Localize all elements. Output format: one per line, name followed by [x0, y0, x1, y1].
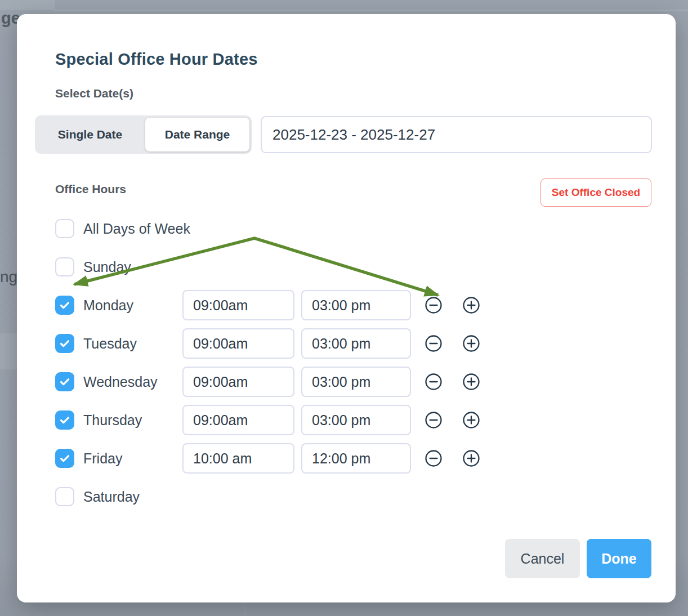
day-row: Sunday [38, 248, 654, 286]
day-label: Sunday [83, 259, 131, 275]
minus-circle-icon [425, 334, 443, 352]
add-hours-button[interactable] [462, 296, 480, 314]
background-divider [244, 602, 245, 616]
start-time-input[interactable] [182, 405, 294, 435]
add-hours-button[interactable] [462, 411, 480, 429]
checkmark-icon [59, 337, 71, 350]
day-label: Wednesday [83, 374, 158, 390]
start-time-input[interactable] [182, 443, 294, 474]
background-divider [53, 0, 55, 11]
day-checkbox[interactable] [55, 449, 74, 468]
checkmark-icon [59, 376, 71, 388]
day-checkbox[interactable] [55, 487, 74, 506]
office-hours-label: Office Hours [55, 182, 126, 196]
dialog-title: Special Office Hour Dates [55, 50, 258, 69]
add-hours-button[interactable] [462, 373, 480, 391]
minus-circle-icon [425, 296, 443, 314]
day-label: Thursday [83, 412, 142, 428]
plus-circle-icon [462, 449, 480, 467]
minus-circle-icon [425, 449, 443, 467]
day-row: Tuesday [38, 324, 654, 363]
plus-circle-icon [462, 296, 480, 314]
remove-hours-button[interactable] [425, 373, 443, 391]
day-label: Tuesday [83, 336, 137, 352]
start-time-input[interactable] [182, 367, 294, 397]
end-time-input[interactable] [301, 367, 411, 397]
background-text-fragment: ng [0, 268, 17, 286]
end-time-input[interactable] [301, 290, 411, 320]
end-time-input[interactable] [301, 405, 411, 435]
day-row: Wednesday [38, 363, 654, 401]
remove-hours-button[interactable] [425, 411, 443, 429]
day-label: All Days of Week [83, 221, 190, 237]
day-checkbox[interactable] [55, 257, 74, 276]
day-checkbox[interactable] [55, 372, 74, 391]
plus-circle-icon [462, 411, 480, 429]
start-time-input[interactable] [182, 290, 294, 320]
done-button[interactable]: Done [587, 539, 651, 578]
plus-circle-icon [462, 373, 480, 391]
remove-hours-button[interactable] [425, 296, 443, 314]
day-row: Saturday [38, 477, 654, 516]
day-row: All Days of Week [38, 209, 654, 248]
day-checkbox[interactable] [55, 219, 74, 238]
plus-circle-icon [462, 334, 480, 352]
single-date-tab[interactable]: Single Date [35, 115, 145, 154]
checkmark-icon [59, 299, 71, 311]
day-row: Friday [38, 439, 654, 477]
minus-circle-icon [425, 411, 443, 429]
add-hours-button[interactable] [462, 449, 480, 467]
day-row: Monday [38, 286, 654, 324]
cancel-button[interactable]: Cancel [505, 539, 580, 578]
date-range-input[interactable] [261, 116, 652, 153]
checkmark-icon [59, 452, 71, 465]
start-time-input[interactable] [182, 328, 294, 359]
special-office-hour-dates-dialog: Special Office Hour Dates Select Date(s)… [17, 14, 676, 602]
set-office-closed-button[interactable]: Set Office Closed [540, 178, 651, 207]
day-checkbox[interactable] [55, 334, 74, 353]
day-label: Monday [83, 297, 133, 314]
screen: ge ng Special Office Hour Dates Select D… [0, 0, 688, 616]
remove-hours-button[interactable] [425, 334, 443, 352]
add-hours-button[interactable] [462, 334, 480, 352]
end-time-input[interactable] [301, 328, 411, 359]
day-rows: All Days of Week Sunday [38, 209, 654, 516]
select-dates-label: Select Date(s) [55, 87, 133, 100]
day-label: Friday [83, 450, 122, 467]
day-row: Thursday [38, 401, 654, 439]
minus-circle-icon [425, 373, 443, 391]
remove-hours-button[interactable] [425, 449, 443, 467]
date-range-tab[interactable]: Date Range [145, 118, 249, 151]
day-checkbox[interactable] [55, 410, 74, 430]
background-divider [53, 10, 688, 11]
date-mode-toggle: Single Date Date Range [35, 115, 252, 154]
checkmark-icon [59, 414, 71, 426]
day-label: Saturday [83, 489, 140, 505]
end-time-input[interactable] [301, 443, 411, 474]
day-checkbox[interactable] [55, 296, 74, 315]
